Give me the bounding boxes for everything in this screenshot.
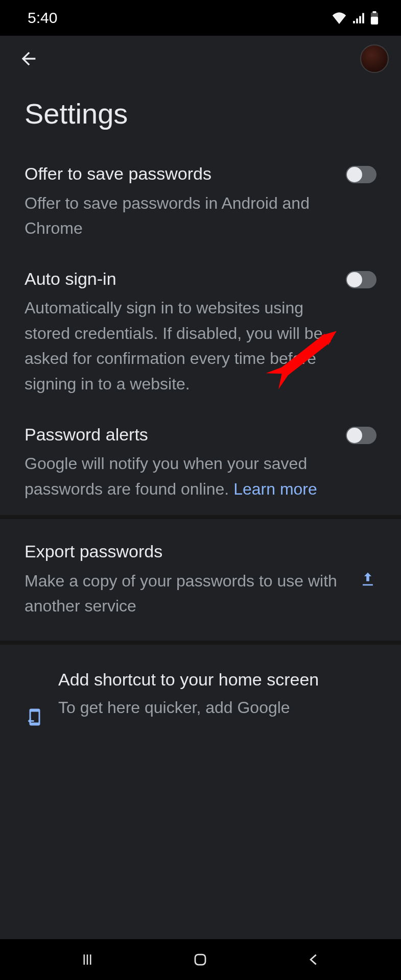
home-button[interactable] [188, 947, 213, 972]
row-text: Offer to save passwords Offer to save pa… [25, 163, 334, 241]
row-title: Password alerts [25, 424, 334, 446]
profile-avatar[interactable] [360, 44, 389, 73]
row-password-alerts[interactable]: Password alerts Google will notify you w… [0, 410, 401, 516]
row-title: Export passwords [25, 541, 347, 562]
row-title: Auto sign-in [25, 268, 334, 290]
row-auto-sign-in[interactable]: Auto sign-in Automatically sign in to we… [0, 255, 401, 410]
row-desc: Google will notify you when your saved p… [25, 451, 334, 502]
arrow-left-icon [18, 48, 39, 69]
section-divider [0, 515, 401, 519]
status-bar: 5:40 [0, 0, 401, 36]
row-text: Auto sign-in Automatically sign in to we… [25, 268, 334, 397]
row-text: Export passwords Make a copy of your pas… [25, 541, 347, 619]
app-content: Settings Offer to save passwords Offer t… [0, 36, 401, 939]
page-title: Settings [0, 82, 401, 150]
row-title: Add shortcut to your home screen [58, 667, 319, 692]
app-bar [0, 36, 401, 82]
recents-icon [80, 952, 95, 967]
row-desc: Offer to save passwords in Android and C… [25, 191, 334, 241]
row-title: Offer to save passwords [25, 163, 334, 185]
section-divider [0, 641, 401, 645]
back-nav-button[interactable] [301, 947, 326, 972]
back-button[interactable] [16, 46, 41, 71]
row-desc: To get here quicker, add Google [58, 696, 319, 719]
row-desc: Automatically sign in to websites using … [25, 296, 334, 397]
status-time: 5:40 [28, 9, 57, 27]
export-icon [359, 571, 376, 591]
svg-rect-2 [372, 11, 376, 13]
row-text: Add shortcut to your home screen To get … [58, 667, 319, 719]
add-to-home-icon [26, 708, 44, 728]
offer-save-passwords-switch[interactable] [346, 166, 376, 183]
auto-sign-in-switch[interactable] [346, 271, 376, 288]
row-add-shortcut[interactable]: Add shortcut to your home screen To get … [0, 645, 401, 728]
svg-rect-6 [195, 954, 205, 965]
chevron-left-icon [306, 952, 321, 967]
learn-more-link[interactable]: Learn more [233, 480, 317, 498]
navigation-bar [0, 939, 401, 980]
row-export-passwords[interactable]: Export passwords Make a copy of your pas… [0, 519, 401, 641]
home-icon [193, 952, 208, 967]
svg-rect-1 [371, 17, 378, 24]
row-desc: Make a copy of your passwords to use wit… [25, 569, 347, 619]
row-text: Password alerts Google will notify you w… [25, 424, 334, 502]
status-icons [332, 11, 379, 24]
wifi-icon [332, 12, 347, 24]
recents-button[interactable] [75, 947, 100, 972]
battery-icon [370, 11, 379, 24]
signal-icon [352, 12, 365, 24]
row-offer-save-passwords[interactable]: Offer to save passwords Offer to save pa… [0, 150, 401, 255]
password-alerts-switch[interactable] [346, 427, 376, 444]
